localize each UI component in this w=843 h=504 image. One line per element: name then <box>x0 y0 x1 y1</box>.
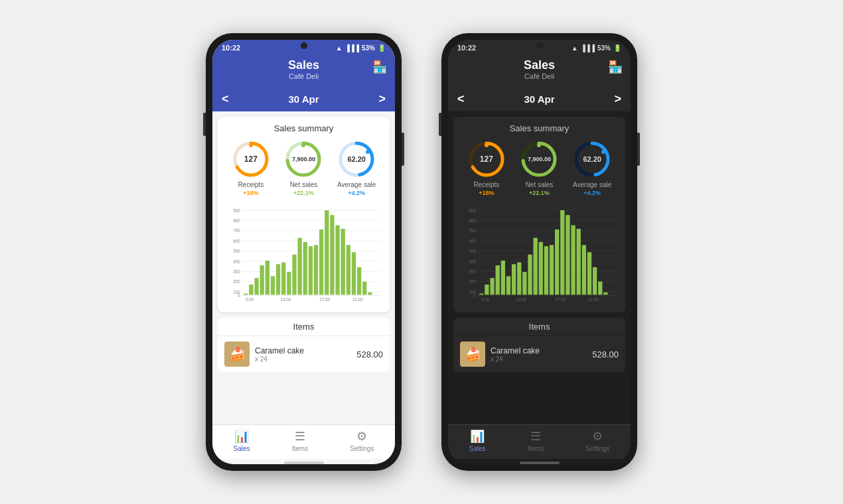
sales-summary-title-light: Sales summary <box>224 123 383 133</box>
svg-text:0: 0 <box>473 293 476 298</box>
svg-text:500: 500 <box>469 249 476 253</box>
item-qty-dark: x 24 <box>491 355 587 363</box>
item-price-dark: 528.00 <box>592 349 619 359</box>
svg-rect-37 <box>292 255 296 295</box>
settings-nav-label-dark: Settings <box>585 445 609 452</box>
svg-rect-102 <box>571 225 575 295</box>
nav-items-dark[interactable]: ☰ Items <box>528 429 544 452</box>
net-sales-donut-light: 7,900.00 Net sales +22.1% <box>283 139 324 196</box>
bar-chart-light: 900 800 700 600 500 400 300 200 100 0 <box>224 202 383 306</box>
prev-date-light[interactable]: < <box>222 92 229 106</box>
avg-sale-value-light: 62.20 <box>347 155 366 163</box>
svg-rect-90 <box>506 276 510 294</box>
sales-nav-icon-dark: 📊 <box>470 429 485 444</box>
item-name-dark: Caramel cake <box>491 346 587 355</box>
svg-rect-95 <box>533 238 537 295</box>
prev-date-dark[interactable]: < <box>457 92 465 106</box>
svg-text:200: 200 <box>233 279 240 284</box>
svg-rect-94 <box>528 255 532 295</box>
svg-rect-44 <box>330 215 334 294</box>
svg-rect-38 <box>297 238 301 295</box>
svg-point-2 <box>249 143 253 147</box>
header-store-icon-light[interactable]: 🏪 <box>372 60 387 74</box>
nav-items-light[interactable]: ☰ Items <box>292 429 308 452</box>
svg-text:500: 500 <box>233 249 240 253</box>
svg-point-8 <box>366 150 370 154</box>
sales-summary-card-dark: Sales summary 127 <box>453 117 625 312</box>
svg-rect-51 <box>368 292 372 295</box>
svg-rect-86 <box>485 284 489 294</box>
receipts-donut-light: 127 Receipts +18% <box>230 139 271 196</box>
bottom-nav-dark: 📊 Sales ☰ Items ⚙ Settings <box>448 424 631 459</box>
svg-text:900: 900 <box>233 208 240 213</box>
item-row-dark-0: 🍰 Caramel cake x 24 528.00 <box>453 336 625 372</box>
svg-rect-101 <box>566 215 570 294</box>
svg-text:9:00: 9:00 <box>481 297 490 302</box>
bar-chart-svg-light: 900 800 700 600 500 400 300 200 100 0 <box>226 204 382 303</box>
svg-rect-93 <box>522 272 526 294</box>
nav-sales-light[interactable]: 📊 Sales <box>234 429 250 452</box>
svg-rect-47 <box>346 245 350 294</box>
items-card-dark: Items 🍰 Caramel cake x 24 528.00 <box>453 318 625 372</box>
content-dark: Sales summary 127 <box>448 111 631 424</box>
dark-phone-screen: 10:22 ▲ ▐▐▐ 53% 🔋 Sales Café Deli 🏪 < 30… <box>448 40 631 464</box>
items-nav-label-dark: Items <box>528 445 544 452</box>
item-row-light-0: 🍰 Caramel cake x 24 528.00 <box>218 336 390 372</box>
svg-rect-30 <box>254 278 258 294</box>
svg-rect-40 <box>309 246 313 294</box>
svg-text:200: 200 <box>469 279 476 284</box>
item-qty-light: x 24 <box>255 355 351 363</box>
next-date-dark[interactable]: > <box>614 92 621 106</box>
net-sales-value-light: 7,900.00 <box>292 156 315 162</box>
items-title-card-dark: Items <box>453 318 625 336</box>
net-sales-donut-wrapper-dark: 7,900.00 <box>518 139 560 180</box>
items-title-light: Items <box>224 322 383 332</box>
svg-rect-42 <box>319 229 323 295</box>
nav-sales-dark[interactable]: 📊 Sales <box>469 429 486 452</box>
svg-text:300: 300 <box>233 269 240 274</box>
svg-rect-97 <box>544 246 548 294</box>
svg-rect-29 <box>249 284 253 294</box>
receipts-donut-dark: 127 Receipts +18% <box>466 139 507 196</box>
svg-rect-89 <box>501 261 505 295</box>
nav-settings-dark[interactable]: ⚙ Settings <box>585 429 609 452</box>
svg-point-59 <box>485 143 489 147</box>
avg-sale-label-dark: Average sale <box>573 181 611 188</box>
svg-rect-48 <box>352 252 356 294</box>
camera-notch-dark <box>536 42 543 49</box>
nav-settings-light[interactable]: ⚙ Settings <box>350 429 374 452</box>
svg-text:400: 400 <box>469 259 476 264</box>
receipts-label-dark: Receipts <box>473 181 499 188</box>
svg-rect-103 <box>577 229 581 294</box>
svg-text:600: 600 <box>469 239 476 243</box>
settings-nav-icon-dark: ⚙ <box>592 429 603 444</box>
svg-rect-49 <box>357 267 361 295</box>
receipts-value-dark: 127 <box>480 155 493 164</box>
svg-rect-31 <box>260 265 264 294</box>
svg-text:800: 800 <box>469 218 476 223</box>
bar-chart-svg-dark: 900 800 700 600 500 400 300 200 100 0 <box>461 204 617 303</box>
date-nav-dark: < 30 Apr > <box>448 87 631 111</box>
next-date-light[interactable]: > <box>378 92 386 106</box>
item-name-light: Caramel cake <box>255 346 351 355</box>
camera-notch <box>301 42 307 49</box>
wifi-icon: ▲ <box>336 44 343 52</box>
receipts-change-light: +18% <box>243 190 258 196</box>
svg-text:13:00: 13:00 <box>516 297 526 302</box>
svg-text:300: 300 <box>469 269 476 274</box>
svg-text:400: 400 <box>233 259 240 264</box>
svg-point-62 <box>537 143 541 147</box>
current-date-light: 30 Apr <box>288 94 319 105</box>
donuts-row-dark: 127 Receipts +18% <box>460 139 619 196</box>
avg-sale-value-dark: 62.20 <box>583 155 601 163</box>
svg-rect-106 <box>593 267 597 295</box>
wifi-icon-dark: ▲ <box>572 44 578 52</box>
dark-phone: 10:22 ▲ ▐▐▐ 53% 🔋 Sales Café Deli 🏪 < 30… <box>441 33 637 471</box>
items-nav-icon-light: ☰ <box>295 429 305 444</box>
home-indicator-dark <box>520 462 560 464</box>
svg-rect-85 <box>479 294 483 295</box>
avg-sale-change-light: +4.2% <box>348 190 365 196</box>
header-store-icon-dark[interactable]: 🏪 <box>608 60 623 74</box>
svg-text:17:00: 17:00 <box>319 297 330 302</box>
svg-text:800: 800 <box>233 218 240 223</box>
